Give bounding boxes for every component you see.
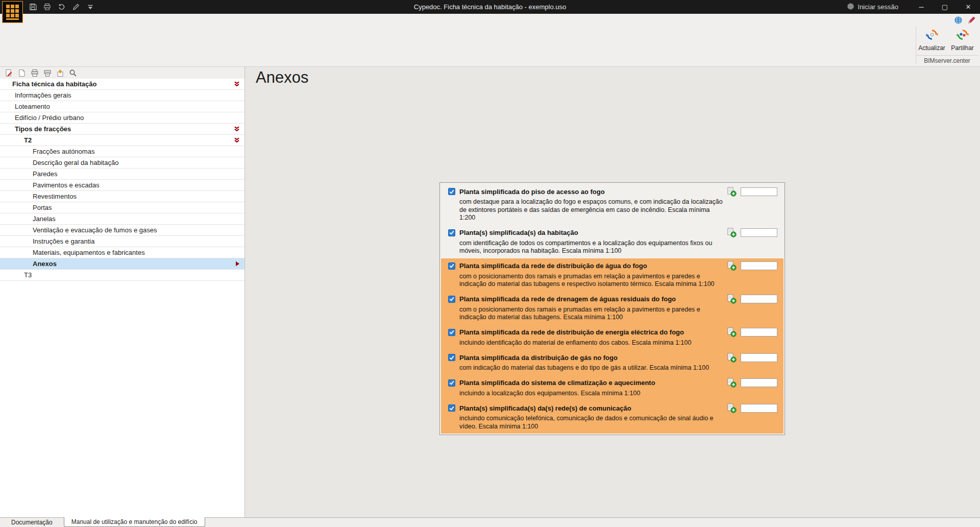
tree-item[interactable]: Ficha técnica da habitação [0,79,244,90]
annex-item: Planta simplificada da rede de distribui… [441,258,783,292]
add-document-icon[interactable] [726,353,737,363]
undo-icon[interactable] [57,3,66,11]
expand-arrow-icon[interactable] [234,137,240,143]
tree-item[interactable]: Pavimentos e escadas [0,180,244,191]
tree-item-label: Paredes [33,170,57,178]
annex-checkbox[interactable] [448,379,455,387]
bimserver-group: Actualizar Partilhar BIMserver.center [916,26,978,64]
annex-checkbox[interactable] [448,329,455,336]
add-document-icon[interactable] [726,187,737,197]
tree-item[interactable]: Informações gerais [0,90,244,101]
add-document-icon[interactable] [726,228,737,237]
tree-item-label: Edifício / Prédio urbano [15,114,84,122]
tree-item[interactable]: Materiais, equipamentos e fabricantes [0,247,244,258]
tree-item[interactable]: Revestimentos [0,191,244,202]
annex-scale-input[interactable] [741,295,777,303]
edit-document-icon[interactable] [5,68,14,78]
annex-checkbox[interactable] [448,404,455,412]
tree-item[interactable]: Instruções e garantia [0,236,244,247]
selected-arrow-icon [235,261,240,267]
annex-scale-input[interactable] [741,228,777,237]
titlebar-right: Iniciar sessão ─ ▢ ✕ [847,0,980,14]
tree-item-label: Descrição geral da habitação [33,159,118,166]
share-button[interactable]: Partilhar [949,27,976,53]
maximize-button[interactable]: ▢ [933,0,957,14]
annex-item: Planta simplificada do piso de acesso ao… [441,184,783,225]
annex-scale-input[interactable] [741,261,777,270]
tree-item[interactable]: T3 [0,270,244,281]
tree-item-label: Fracções autónomas [33,148,94,155]
add-document-icon[interactable] [726,403,737,413]
tree-item-label: Materiais, equipamentos e fabricantes [33,249,145,256]
annex-checkbox[interactable] [448,296,455,303]
tree-item[interactable]: Tipos de fracções [0,124,244,135]
print-preview-icon[interactable] [43,68,52,78]
login-label: Iniciar sessão [858,3,898,11]
tree-item-label: Pavimentos e escadas [33,181,100,189]
tab-manual-utilizacao[interactable]: Manual de utilização e manutenção do edi… [64,517,205,527]
save-icon[interactable] [29,3,37,11]
annex-item: Planta(s) simplificada(s) da(s) rede(s) … [441,400,783,434]
bimserver-caption: BIMserver.center [916,55,978,64]
pen-icon[interactable] [967,15,976,25]
annex-scale-input[interactable] [741,328,777,337]
tree-item[interactable]: Ventilação e evacuação de fumos e gases [0,225,244,236]
tree-item[interactable]: Janelas [0,213,244,225]
tree-item-label: Ficha técnica da habitação [12,80,96,88]
print-icon[interactable] [30,68,39,78]
annex-title: Planta simplificada do sistema de climat… [459,379,655,387]
new-document-icon[interactable] [17,68,27,78]
add-document-icon[interactable] [726,261,737,271]
expand-arrow-icon[interactable] [234,81,240,87]
annex-header-row: Planta simplificada do sistema de climat… [448,378,777,388]
tree-item[interactable]: Portas [0,202,244,213]
annex-description: com identificação de todos os compartime… [459,239,726,255]
annex-checkbox[interactable] [448,354,455,361]
tree-item[interactable]: Loteamento [0,101,244,112]
annex-header-row: Planta simplificada da rede de distribui… [448,327,777,338]
titlebar: Cypedoc. Ficha técnica da habitação - ex… [0,0,980,14]
annex-description: com o posicionamento dos ramais e prumad… [459,306,726,322]
add-document-icon[interactable] [726,378,737,388]
print-icon[interactable] [43,3,52,11]
annex-checkbox[interactable] [448,262,455,270]
annex-item: Planta simplificada da distribuição de g… [441,350,783,375]
edit-icon[interactable] [71,3,80,11]
annex-checkbox[interactable] [448,229,455,236]
login-button[interactable]: Iniciar sessão [847,3,898,12]
annex-header-row: Planta simplificada da rede de drenagem … [448,294,777,304]
add-document-icon[interactable] [726,327,737,337]
update-button[interactable]: Actualizar [918,27,946,53]
annex-description: incluindo comunicação telefónica, comuni… [459,415,726,430]
tree-item[interactable]: Edifício / Prédio urbano [0,112,244,124]
toolbar-options-icon[interactable] [86,3,94,11]
globe-icon [847,3,854,12]
annex-scale-input[interactable] [741,378,777,387]
minimize-button[interactable]: ─ [910,0,933,14]
share-label: Partilhar [951,44,974,52]
tree-item-label: Ventilação e evacuação de fumos e gases [33,226,157,234]
search-icon[interactable] [68,68,78,78]
app-icon[interactable] [2,1,23,23]
add-document-icon[interactable] [726,294,737,304]
export-icon[interactable] [56,68,65,78]
annex-scale-input[interactable] [741,353,777,362]
expand-arrow-icon[interactable] [234,126,240,132]
tree-item[interactable]: Anexos [0,258,244,270]
annex-header-row: Planta simplificada da rede de distribui… [448,261,777,271]
annex-list: Planta simplificada do piso de acesso ao… [441,184,783,434]
tree-item[interactable]: Fracções autónomas [0,146,244,157]
quick-access-toolbar [29,3,94,11]
annex-scale-input[interactable] [741,187,777,196]
annex-scale-input[interactable] [741,404,777,413]
tree-item[interactable]: Paredes [0,169,244,180]
tree-item[interactable]: T2 [0,135,244,146]
update-label: Actualizar [918,44,945,52]
world-icon[interactable] [953,15,963,25]
annex-checkbox[interactable] [448,188,455,195]
annex-item: Planta simplificada da rede de distribui… [441,325,783,350]
tab-documentacao[interactable]: Documentação [4,518,60,527]
close-button[interactable]: ✕ [957,0,980,14]
annex-header-row: Planta simplificada do piso de acesso ao… [448,186,777,197]
tree-item[interactable]: Descrição geral da habitação [0,157,244,169]
